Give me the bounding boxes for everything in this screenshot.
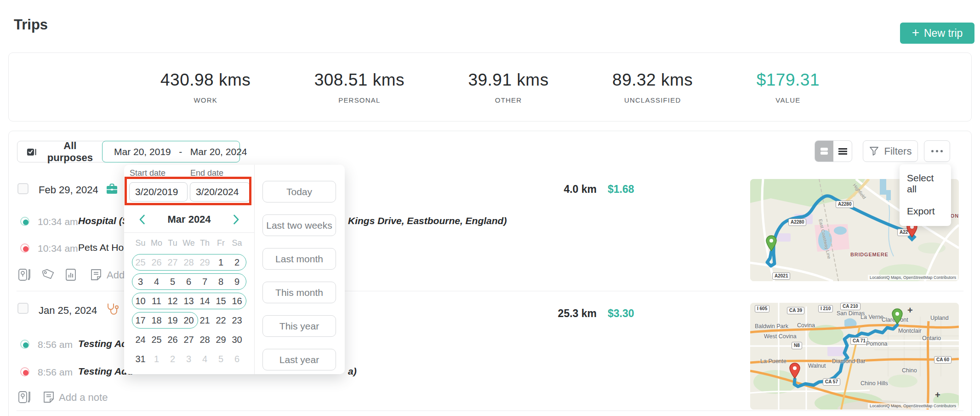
calendar-week: 3456789 <box>132 272 247 292</box>
road-shield: A2021 <box>772 272 790 280</box>
prev-month-icon[interactable] <box>139 214 145 225</box>
calendar-grid: 2526272829123456789101112131415161718192… <box>132 253 247 369</box>
next-month-icon[interactable] <box>233 214 239 225</box>
day-header: Tu <box>165 238 181 248</box>
note-icon[interactable] <box>42 390 56 404</box>
place-label: Upland <box>930 315 949 321</box>
calendar-day[interactable]: 3 <box>181 350 197 368</box>
trip-map-thumbnail[interactable]: I 605CA 39I 210CA 210N8CA 71CA 60CA 57Sa… <box>750 303 959 410</box>
location-note-icon[interactable] <box>17 268 31 282</box>
trip-distance: 4.0 km <box>506 183 597 196</box>
list-view-toggle[interactable] <box>833 141 852 162</box>
briefcase-icon[interactable] <box>106 183 118 195</box>
note-icon[interactable] <box>90 268 103 282</box>
calendar-day[interactable]: 23 <box>229 311 245 329</box>
stat-personal: 308.51 kms PERSONAL <box>314 70 405 104</box>
tag-icon[interactable] <box>42 268 55 281</box>
stat-work-value: 430.98 kms <box>160 70 251 90</box>
card-view-icon <box>820 147 828 155</box>
calendar-week: 24252627282930 <box>132 330 247 350</box>
trip-checkbox[interactable] <box>17 303 28 314</box>
location-note-icon[interactable] <box>17 390 31 404</box>
end-date-input[interactable] <box>190 182 250 202</box>
calendar-day[interactable]: 26 <box>165 330 181 349</box>
calendar-day[interactable]: 28 <box>197 330 213 349</box>
day-header: Sa <box>229 238 245 248</box>
add-note-button[interactable]: Add a note <box>59 392 108 404</box>
place-label: Walnut <box>808 363 826 369</box>
date-range-button[interactable]: Mar 20, 2019 - Mar 20, 2024 <box>102 141 240 162</box>
calendar-day[interactable]: 2 <box>165 350 181 368</box>
calendar-week: 252627282912 <box>132 253 247 272</box>
calendar-day[interactable]: 27 <box>181 330 197 349</box>
calendar-day[interactable]: 25 <box>148 330 165 349</box>
stethoscope-icon[interactable] <box>106 303 119 316</box>
ellipsis-icon <box>931 150 943 152</box>
stat-unclassified-value: 89.32 kms <box>612 70 693 90</box>
new-trip-button[interactable]: + New trip <box>900 23 974 44</box>
road-shield: CA 39 <box>787 307 804 314</box>
calendar-day[interactable]: 4 <box>197 350 213 368</box>
calendar-selected-range <box>132 312 198 329</box>
calendar-week: 17181920212223 <box>132 311 247 330</box>
calendar-day[interactable]: 21 <box>197 311 213 329</box>
quick-range-last-month[interactable]: Last month <box>262 248 336 270</box>
trip-checkbox[interactable] <box>17 183 28 194</box>
stat-other-label: OTHER <box>468 96 548 104</box>
calendar-month-label: Mar 2024 <box>167 214 211 225</box>
map-zoom-control[interactable]: + <box>907 306 913 315</box>
quick-range-last-two-weeks[interactable]: Last two weeks <box>262 214 336 236</box>
calendar-day[interactable]: 30 <box>229 330 245 349</box>
quick-range-this-year[interactable]: This year <box>262 315 336 337</box>
stat-value: $179.31 VALUE <box>757 70 820 104</box>
end-date-label: End date <box>190 168 223 178</box>
place-label: La Verne <box>860 314 883 320</box>
calendar-selected-range <box>132 273 246 290</box>
start-dot <box>20 340 29 349</box>
menu-item-select-all[interactable]: Select all <box>900 170 951 197</box>
calendar-day[interactable]: 24 <box>132 330 148 349</box>
place-label: BRIDGEMERE <box>850 252 889 257</box>
calendar-selected-range <box>132 293 246 309</box>
calendar-day[interactable]: 29 <box>213 330 229 349</box>
new-trip-label: New trip <box>924 27 963 40</box>
map-zoom-control[interactable]: + <box>935 390 940 399</box>
calendar-day[interactable]: 22 <box>213 311 229 329</box>
datepicker-quick-buttons: TodayLast two weeksLast monthThis monthT… <box>254 165 345 374</box>
filters-label: Filters <box>884 145 912 157</box>
chart-icon[interactable] <box>64 268 77 282</box>
menu-item-export[interactable]: Export <box>900 203 951 220</box>
card-view-toggle[interactable] <box>815 141 833 162</box>
date-picker-popup: Start date End date Mar 2024 SuMoTuWeThF… <box>124 165 345 374</box>
place-label: La Puente <box>760 358 786 364</box>
start-date-input[interactable] <box>129 182 188 202</box>
view-toggle-group <box>815 140 852 162</box>
trip-value: $1.68 <box>608 183 634 196</box>
stat-value-amount: $179.31 <box>757 70 820 90</box>
purpose-filter-label: All purposes <box>43 140 97 164</box>
place-label: Chino Hills <box>860 380 888 387</box>
quick-range-this-month[interactable]: This month <box>262 282 336 303</box>
calendar-day[interactable]: 31 <box>132 350 148 368</box>
stat-work-label: WORK <box>160 96 251 104</box>
place-label: Montclair <box>898 328 922 334</box>
calendar-week: 10111213141516 <box>132 292 247 311</box>
stat-unclassified-label: UNCLASSIFIED <box>612 96 693 104</box>
stop-name-continued[interactable]: Kings Drive, Eastbourne, England) <box>348 215 507 226</box>
quick-range-last-year[interactable]: Last year <box>262 349 336 370</box>
calendar-day[interactable]: 6 <box>229 350 245 368</box>
calendar-day[interactable]: 1 <box>148 350 165 368</box>
more-actions-button[interactable] <box>924 140 950 162</box>
trips-page: Trips + New trip 430.98 kms WORK 308.51 … <box>0 0 980 416</box>
stop-name-continued[interactable]: a) <box>348 366 357 377</box>
quick-range-today[interactable]: Today <box>262 181 336 202</box>
stat-other: 39.91 kms OTHER <box>468 70 548 104</box>
place-label: Pomona <box>866 341 888 347</box>
trip-date: Feb 29, 2024 <box>39 184 98 196</box>
filters-button[interactable]: Filters <box>863 140 918 162</box>
calendar-day[interactable]: 5 <box>213 350 229 368</box>
calendar-nav: Mar 2024 <box>132 214 246 225</box>
stat-other-value: 39.91 kms <box>468 70 548 90</box>
stop-time: 10:34 am <box>38 216 78 227</box>
purpose-filter-dropdown[interactable]: All purposes <box>17 141 116 162</box>
